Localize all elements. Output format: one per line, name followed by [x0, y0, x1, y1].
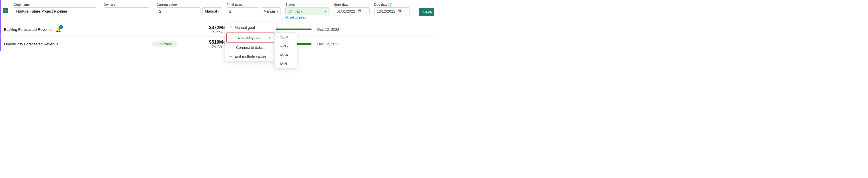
dropdown-item-connect-data[interactable]: Connect to data...: [225, 43, 276, 52]
actions-section: Save Cancel: [415, 7, 434, 16]
owners-section: Owners: [104, 3, 152, 15]
set-up-rules-link[interactable]: Or set up rules: [285, 16, 330, 19]
status-dropdown[interactable]: On track ▾: [285, 7, 330, 15]
backlog-progress: [272, 28, 317, 30]
submenu-item-sum[interactable]: SUM: [275, 33, 297, 42]
opportunity-row-name: Opportunity Forecasted Revenue: [4, 42, 152, 46]
due-date-info-icon: i: [389, 3, 393, 7]
arrow-right-icon: ›: [269, 36, 270, 40]
checkbox-col: ✓: [3, 8, 11, 13]
edit-multiple-label: Edit multiple values...: [235, 54, 270, 58]
final-target-method-dropdown[interactable]: Manual ▾: [261, 7, 281, 15]
start-date-value: 01/01/2022: [337, 9, 355, 14]
submenu-item-min[interactable]: MIN: [275, 59, 297, 68]
owners-label: Owners: [104, 3, 152, 6]
dropdown-item-edit-multiple[interactable]: ✏ Edit multiple values...: [225, 52, 276, 61]
opportunity-on-track-badge: On track: [152, 41, 178, 47]
opportunity-status: On track: [152, 41, 209, 47]
avg-label: AVG: [280, 44, 288, 48]
backlog-notification-badge[interactable]: 🔔 1: [56, 27, 61, 32]
due-date-input[interactable]: 12/12/2022 📅: [374, 7, 410, 15]
final-target-section: Final target Manual ▾: [227, 3, 281, 15]
current-value-group: Manual ▾: [157, 7, 222, 15]
edit-row: ✓ Goal name Owners Current value Manual …: [0, 0, 434, 22]
backlog-badge-count: 1: [59, 25, 63, 29]
dropdown-item-use-subgoals[interactable]: Use subgoals ›: [227, 33, 274, 42]
main-container: ✓ Goal name Owners Current value Manual …: [0, 0, 434, 51]
goal-name-input[interactable]: [14, 7, 96, 15]
pencil-icon: ✏: [229, 54, 232, 58]
backlog-accent-bar: [0, 22, 1, 36]
calendar-icon-due: 📅: [398, 9, 402, 14]
status-chevron-icon: ▾: [325, 10, 327, 13]
start-date-input[interactable]: 01/01/2022 📅: [334, 7, 370, 15]
goal-name-label: Goal name: [14, 3, 99, 6]
current-value-input[interactable]: [157, 7, 200, 15]
backlog-progress-bar-fill: [272, 28, 312, 30]
left-accent-bar: [0, 0, 1, 22]
backlog-name-text: Backlog Forecasted Revenue: [4, 27, 53, 32]
current-value-section: Current value Manual ▾: [157, 3, 222, 15]
goal-name-section: Goal name: [14, 3, 99, 15]
calendar-icon-start: 📅: [358, 9, 362, 14]
check-icon: ✓: [229, 25, 232, 30]
min-label: MIN: [280, 61, 287, 66]
final-target-method-label: Manual: [264, 9, 276, 14]
goal-row-backlog: Backlog Forecasted Revenue 🔔 1 $372M/$30…: [0, 22, 434, 37]
status-label: Status: [285, 3, 330, 6]
goal-row-opportunity: Opportunity Forecasted Revenue On track …: [0, 37, 434, 51]
dropdown-item-use-subgoals-wrapper: Use subgoals › SUM AVG MAX MIN: [226, 32, 275, 43]
due-date-value: 12/12/2022: [377, 9, 395, 14]
backlog-main-number: $372M: [209, 25, 223, 30]
status-section: Status On track ▾ Or set up rules: [285, 3, 330, 19]
final-target-label: Final target: [227, 3, 281, 6]
connect-data-label: Connect to data...: [236, 45, 266, 50]
sum-label: SUM: [280, 35, 288, 40]
final-target-input[interactable]: [227, 7, 259, 15]
opportunity-main-number: $510M: [209, 40, 223, 45]
due-date-section: Due date i 12/12/2022 📅: [374, 3, 410, 15]
current-value-method-label: Manual: [205, 9, 217, 14]
submenu-item-max[interactable]: MAX: [275, 50, 297, 59]
submenu-item-avg[interactable]: AVG: [275, 42, 297, 50]
dropdown-item-manual-goal[interactable]: ✓ Manual goal: [225, 23, 276, 32]
goals-list: Backlog Forecasted Revenue 🔔 1 $372M/$30…: [0, 22, 434, 51]
opportunity-name-text: Opportunity Forecasted Revenue: [4, 42, 59, 46]
save-button[interactable]: Save: [418, 8, 434, 16]
max-label: MAX: [280, 53, 288, 57]
row-checkbox[interactable]: ✓: [3, 8, 8, 13]
use-subgoals-label: Use subgoals: [238, 35, 260, 40]
final-target-group: Manual ▾: [227, 7, 281, 15]
current-value-label: Current value: [157, 3, 222, 6]
start-date-label: Start date: [334, 3, 370, 6]
backlog-row-name: Backlog Forecasted Revenue 🔔 1: [4, 27, 152, 32]
start-date-section: Start date 01/01/2022 📅: [334, 3, 370, 15]
status-value-label: On track: [288, 9, 303, 14]
dropdown-menu: ✓ Manual goal Use subgoals › SUM AVG MAX: [225, 23, 276, 61]
current-value-method-dropdown[interactable]: Manual ▾: [202, 7, 222, 15]
final-target-chevron-icon: ▾: [277, 10, 278, 13]
current-value-chevron-icon: ▾: [218, 10, 220, 13]
manual-goal-label: Manual goal: [235, 25, 255, 30]
backlog-due-date: Dec 12, 2022: [317, 27, 351, 32]
backlog-progress-bar-container: [272, 28, 312, 30]
opportunity-due-date: Dec 12, 2022: [317, 42, 351, 46]
owners-input[interactable]: [104, 7, 149, 15]
due-date-label: Due date: [374, 3, 387, 6]
opportunity-accent-bar: [0, 37, 1, 51]
subgoals-submenu: SUM AVG MAX MIN: [274, 32, 297, 69]
